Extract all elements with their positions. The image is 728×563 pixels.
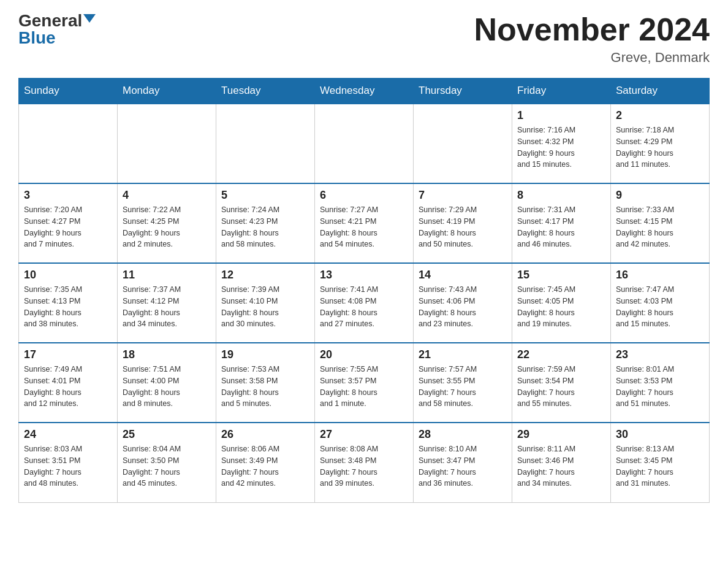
day-number: 19 (221, 348, 309, 361)
col-header-thursday: Thursday (414, 79, 512, 104)
day-info: Sunrise: 7:43 AM Sunset: 4:06 PM Dayligh… (419, 284, 507, 330)
calendar-cell: 29Sunrise: 8:11 AM Sunset: 3:46 PM Dayli… (512, 423, 611, 502)
calendar-cell: 26Sunrise: 8:06 AM Sunset: 3:49 PM Dayli… (216, 423, 315, 502)
calendar-week-1: 1Sunrise: 7:16 AM Sunset: 4:32 PM Daylig… (19, 104, 710, 183)
day-info: Sunrise: 7:55 AM Sunset: 3:57 PM Dayligh… (320, 364, 408, 410)
calendar-cell: 19Sunrise: 7:53 AM Sunset: 3:58 PM Dayli… (216, 343, 315, 423)
logo: General Blue (18, 12, 96, 47)
day-number: 29 (517, 428, 605, 441)
calendar-cell: 15Sunrise: 7:45 AM Sunset: 4:05 PM Dayli… (512, 263, 611, 343)
calendar-header-row: SundayMondayTuesdayWednesdayThursdayFrid… (19, 79, 710, 104)
calendar-cell: 20Sunrise: 7:55 AM Sunset: 3:57 PM Dayli… (315, 343, 414, 423)
title-area: November 2024 Greve, Denmark (474, 12, 710, 66)
day-number: 18 (123, 348, 211, 361)
day-number: 17 (24, 348, 112, 361)
col-header-saturday: Saturday (611, 79, 710, 104)
day-info: Sunrise: 7:31 AM Sunset: 4:17 PM Dayligh… (517, 204, 605, 250)
calendar-cell: 1Sunrise: 7:16 AM Sunset: 4:32 PM Daylig… (512, 104, 611, 183)
day-number: 11 (123, 269, 211, 282)
day-number: 16 (616, 269, 704, 282)
day-number: 13 (320, 269, 408, 282)
calendar-cell: 11Sunrise: 7:37 AM Sunset: 4:12 PM Dayli… (118, 263, 216, 343)
calendar-cell (118, 104, 216, 183)
calendar-cell: 10Sunrise: 7:35 AM Sunset: 4:13 PM Dayli… (19, 263, 118, 343)
day-number: 2 (616, 109, 704, 122)
day-info: Sunrise: 8:03 AM Sunset: 3:51 PM Dayligh… (24, 443, 112, 489)
calendar-cell: 8Sunrise: 7:31 AM Sunset: 4:17 PM Daylig… (512, 183, 611, 263)
calendar-table: SundayMondayTuesdayWednesdayThursdayFrid… (18, 78, 710, 503)
col-header-tuesday: Tuesday (216, 79, 315, 104)
day-number: 23 (616, 348, 704, 361)
day-number: 3 (24, 189, 112, 202)
day-info: Sunrise: 7:29 AM Sunset: 4:19 PM Dayligh… (419, 204, 507, 250)
day-number: 1 (517, 109, 605, 122)
calendar-cell: 25Sunrise: 8:04 AM Sunset: 3:50 PM Dayli… (118, 423, 216, 502)
day-info: Sunrise: 7:47 AM Sunset: 4:03 PM Dayligh… (616, 284, 704, 330)
day-info: Sunrise: 7:37 AM Sunset: 4:12 PM Dayligh… (123, 284, 211, 330)
calendar-week-2: 3Sunrise: 7:20 AM Sunset: 4:27 PM Daylig… (19, 183, 710, 263)
calendar-cell (19, 104, 118, 183)
logo-triangle-icon (83, 14, 96, 23)
calendar-cell: 2Sunrise: 7:18 AM Sunset: 4:29 PM Daylig… (611, 104, 710, 183)
day-number: 15 (517, 269, 605, 282)
calendar-cell: 5Sunrise: 7:24 AM Sunset: 4:23 PM Daylig… (216, 183, 315, 263)
col-header-monday: Monday (118, 79, 216, 104)
calendar-cell: 18Sunrise: 7:51 AM Sunset: 4:00 PM Dayli… (118, 343, 216, 423)
day-info: Sunrise: 7:41 AM Sunset: 4:08 PM Dayligh… (320, 284, 408, 330)
calendar-week-4: 17Sunrise: 7:49 AM Sunset: 4:01 PM Dayli… (19, 343, 710, 423)
calendar-week-3: 10Sunrise: 7:35 AM Sunset: 4:13 PM Dayli… (19, 263, 710, 343)
calendar-cell: 9Sunrise: 7:33 AM Sunset: 4:15 PM Daylig… (611, 183, 710, 263)
col-header-sunday: Sunday (19, 79, 118, 104)
day-number: 30 (616, 428, 704, 441)
day-number: 27 (320, 428, 408, 441)
day-info: Sunrise: 7:45 AM Sunset: 4:05 PM Dayligh… (517, 284, 605, 330)
day-info: Sunrise: 7:35 AM Sunset: 4:13 PM Dayligh… (24, 284, 112, 330)
day-info: Sunrise: 7:59 AM Sunset: 3:54 PM Dayligh… (517, 364, 605, 410)
day-info: Sunrise: 8:13 AM Sunset: 3:45 PM Dayligh… (616, 443, 704, 489)
day-number: 25 (123, 428, 211, 441)
calendar-cell: 4Sunrise: 7:22 AM Sunset: 4:25 PM Daylig… (118, 183, 216, 263)
calendar-cell: 14Sunrise: 7:43 AM Sunset: 4:06 PM Dayli… (414, 263, 512, 343)
calendar-cell: 27Sunrise: 8:08 AM Sunset: 3:48 PM Dayli… (315, 423, 414, 502)
day-info: Sunrise: 8:01 AM Sunset: 3:53 PM Dayligh… (616, 364, 704, 410)
day-number: 10 (24, 269, 112, 282)
col-header-wednesday: Wednesday (315, 79, 414, 104)
calendar-cell: 12Sunrise: 7:39 AM Sunset: 4:10 PM Dayli… (216, 263, 315, 343)
day-number: 24 (24, 428, 112, 441)
day-info: Sunrise: 7:57 AM Sunset: 3:55 PM Dayligh… (419, 364, 507, 410)
calendar-cell (216, 104, 315, 183)
day-info: Sunrise: 7:27 AM Sunset: 4:21 PM Dayligh… (320, 204, 408, 250)
calendar-cell: 3Sunrise: 7:20 AM Sunset: 4:27 PM Daylig… (19, 183, 118, 263)
day-info: Sunrise: 8:10 AM Sunset: 3:47 PM Dayligh… (419, 443, 507, 489)
day-number: 22 (517, 348, 605, 361)
logo-general-text: General (18, 12, 82, 29)
day-info: Sunrise: 7:51 AM Sunset: 4:00 PM Dayligh… (123, 364, 211, 410)
calendar-cell: 17Sunrise: 7:49 AM Sunset: 4:01 PM Dayli… (19, 343, 118, 423)
calendar-cell (315, 104, 414, 183)
day-info: Sunrise: 7:53 AM Sunset: 3:58 PM Dayligh… (221, 364, 309, 410)
day-number: 14 (419, 269, 507, 282)
calendar-cell: 21Sunrise: 7:57 AM Sunset: 3:55 PM Dayli… (414, 343, 512, 423)
day-info: Sunrise: 7:16 AM Sunset: 4:32 PM Dayligh… (517, 124, 605, 170)
calendar-cell: 13Sunrise: 7:41 AM Sunset: 4:08 PM Dayli… (315, 263, 414, 343)
day-number: 9 (616, 189, 704, 202)
day-info: Sunrise: 7:39 AM Sunset: 4:10 PM Dayligh… (221, 284, 309, 330)
calendar-cell: 22Sunrise: 7:59 AM Sunset: 3:54 PM Dayli… (512, 343, 611, 423)
day-info: Sunrise: 8:06 AM Sunset: 3:49 PM Dayligh… (221, 443, 309, 489)
day-info: Sunrise: 8:08 AM Sunset: 3:48 PM Dayligh… (320, 443, 408, 489)
col-header-friday: Friday (512, 79, 611, 104)
calendar-cell (414, 104, 512, 183)
day-info: Sunrise: 8:11 AM Sunset: 3:46 PM Dayligh… (517, 443, 605, 489)
day-info: Sunrise: 7:49 AM Sunset: 4:01 PM Dayligh… (24, 364, 112, 410)
day-info: Sunrise: 7:18 AM Sunset: 4:29 PM Dayligh… (616, 124, 704, 170)
calendar-cell: 7Sunrise: 7:29 AM Sunset: 4:19 PM Daylig… (414, 183, 512, 263)
day-number: 28 (419, 428, 507, 441)
calendar-title: November 2024 (474, 12, 710, 47)
day-number: 4 (123, 189, 211, 202)
day-info: Sunrise: 7:33 AM Sunset: 4:15 PM Dayligh… (616, 204, 704, 250)
calendar-subtitle: Greve, Denmark (474, 50, 710, 66)
calendar-cell: 30Sunrise: 8:13 AM Sunset: 3:45 PM Dayli… (611, 423, 710, 502)
day-number: 26 (221, 428, 309, 441)
day-info: Sunrise: 7:24 AM Sunset: 4:23 PM Dayligh… (221, 204, 309, 250)
calendar-week-5: 24Sunrise: 8:03 AM Sunset: 3:51 PM Dayli… (19, 423, 710, 502)
